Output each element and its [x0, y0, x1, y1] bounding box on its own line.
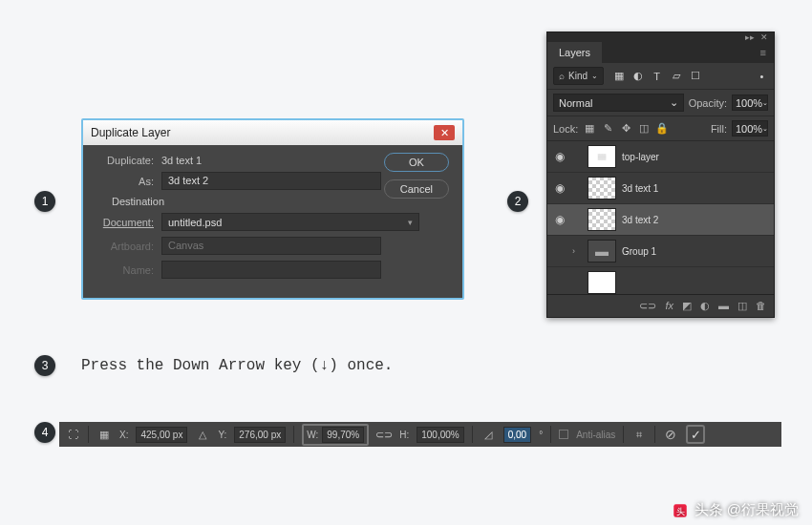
angle-deg: ° — [539, 430, 543, 440]
opacity-field[interactable]: 100% ⌄ — [732, 94, 768, 111]
angle-field[interactable]: 0,00 — [503, 427, 531, 443]
lock-label: Lock: — [553, 123, 578, 135]
filter-pixel-icon[interactable]: ▦ — [612, 70, 625, 82]
layer-name[interactable]: 3d text 1 — [622, 183, 658, 194]
fx-icon[interactable]: fx — [665, 300, 673, 312]
layer-thumb[interactable] — [588, 271, 616, 294]
fill-value: 100% — [736, 123, 762, 135]
document-label: Document: — [95, 217, 161, 228]
w-label: W: — [307, 430, 318, 440]
filter-shape-icon[interactable]: ▱ — [670, 70, 682, 82]
opacity-label: Opacity: — [689, 97, 727, 109]
layer-row[interactable]: ◉ 3d text 2 — [547, 204, 774, 236]
visibility-icon[interactable]: ◉ — [553, 181, 566, 195]
filter-smart-icon[interactable]: ☐ — [689, 70, 701, 82]
close-icon[interactable]: ✕ — [434, 125, 455, 140]
panel-menu-icon[interactable]: ≡ — [753, 42, 774, 63]
chevron-right-icon[interactable]: › — [572, 246, 582, 256]
group-icon[interactable]: ▬ — [718, 300, 729, 312]
layer-row[interactable]: ◉ 3d text 1 — [547, 173, 774, 204]
lock-position-icon[interactable]: ✥ — [619, 122, 632, 135]
filter-kind-select[interactable]: ⌕ Kind ⌄ — [553, 67, 604, 85]
adjustment-icon[interactable]: ◐ — [700, 300, 710, 312]
layer-name[interactable]: Group 1 — [622, 246, 656, 257]
as-label: As: — [95, 176, 161, 187]
svg-text:头: 头 — [675, 506, 684, 515]
dialog-title-text: Duplicate Layer — [91, 126, 170, 139]
visibility-icon[interactable]: ◉ — [553, 213, 566, 226]
filter-toggle[interactable]: • — [756, 70, 768, 82]
link-layers-icon[interactable]: ⊂⊃ — [639, 300, 656, 312]
warp-mode-icon[interactable]: ⌗ — [631, 427, 647, 442]
name-label: Name: — [95, 264, 161, 276]
visibility-icon[interactable]: ◉ — [553, 150, 566, 163]
commit-transform-button[interactable]: ✓ — [686, 425, 705, 444]
layer-row[interactable]: ◉ ▓▓ top-layer — [547, 141, 774, 173]
step-3-bullet: 3 — [34, 355, 55, 376]
layer-thumb[interactable]: ▓▓ — [588, 145, 616, 168]
h-label: H: — [399, 430, 409, 440]
y-label: Y: — [218, 430, 226, 440]
blend-mode-select[interactable]: Normal ⌄ — [553, 94, 684, 112]
lock-artboard-icon[interactable]: ◫ — [637, 122, 651, 135]
folder-icon[interactable]: ▬ — [588, 240, 616, 262]
lock-all-icon[interactable]: 🔒 — [655, 122, 669, 135]
delta-icon[interactable]: △ — [195, 427, 210, 442]
x-field[interactable]: 425,00 px — [136, 427, 187, 443]
artboard-input: Canvas — [161, 237, 381, 255]
layer-thumb[interactable] — [588, 177, 616, 200]
free-transform-icon[interactable]: ⛶ — [65, 427, 80, 442]
w-highlight: W: 99,70% — [302, 424, 369, 446]
w-field[interactable]: 99,70% — [322, 427, 364, 443]
fill-field[interactable]: 100% ⌄ — [732, 120, 768, 136]
layer-row[interactable]: ◉ › ▬ Group 1 — [547, 236, 774, 267]
document-select[interactable]: untitled.psd ▾ — [161, 213, 419, 231]
name-input — [161, 261, 381, 279]
step-2-bullet: 2 — [507, 191, 528, 212]
watermark: 头 头条 @衍果视觉 — [672, 501, 799, 519]
mask-icon[interactable]: ◩ — [682, 300, 692, 312]
collapse-icon[interactable]: ▸▸ — [745, 32, 755, 42]
duplicate-layer-dialog: Duplicate Layer ✕ Duplicate: 3d text 1 A… — [81, 118, 464, 300]
artboard-label: Artboard: — [95, 241, 161, 252]
reference-point-icon[interactable]: ▦ — [96, 427, 112, 442]
anti-alias-checkbox[interactable] — [559, 430, 568, 439]
y-field[interactable]: 276,00 px — [234, 427, 286, 443]
chevron-down-icon: ⌄ — [762, 125, 768, 133]
link-wh-icon[interactable]: ⊂⊃ — [376, 427, 392, 442]
transform-options-bar: ⛶ ▦ X: 425,00 px △ Y: 276,00 px W: 99,70… — [59, 422, 781, 447]
cancel-button[interactable]: Cancel — [384, 179, 449, 199]
layer-name[interactable]: 3d text 2 — [622, 215, 658, 225]
as-input[interactable]: 3d text 2 — [161, 172, 381, 190]
chevron-down-icon: ⌄ — [591, 72, 598, 80]
new-layer-icon[interactable]: ◫ — [737, 300, 747, 312]
step-3-instruction: Press the Down Arrow key (↓) once. — [81, 357, 393, 374]
trash-icon[interactable]: 🗑 — [756, 300, 766, 312]
lock-image-icon[interactable]: ✎ — [601, 122, 614, 135]
watermark-text: 头条 @衍果视觉 — [694, 501, 799, 519]
blend-mode-value: Normal — [559, 97, 592, 109]
layer-name[interactable]: top-layer — [622, 152, 659, 162]
angle-icon: ◿ — [481, 427, 496, 442]
layers-panel: ▸▸ ✕ Layers ≡ ⌕ Kind ⌄ ▦ ◐ T ▱ ☐ • Norma… — [546, 32, 775, 318]
filter-adjust-icon[interactable]: ◐ — [631, 70, 644, 82]
anti-alias-label: Anti-alias — [576, 430, 615, 440]
search-icon: ⌕ — [559, 71, 565, 81]
document-value: untitled.psd — [168, 217, 222, 228]
filter-type-icon[interactable]: T — [651, 70, 663, 82]
layers-tab[interactable]: Layers — [547, 42, 602, 63]
lock-transparency-icon[interactable]: ▦ — [583, 122, 596, 135]
layer-thumb[interactable] — [588, 208, 616, 231]
opacity-value: 100% — [736, 97, 762, 109]
dialog-titlebar[interactable]: Duplicate Layer ✕ — [83, 120, 462, 145]
close-panel-icon[interactable]: ✕ — [760, 32, 768, 42]
step-1-bullet: 1 — [34, 191, 55, 212]
x-label: X: — [119, 430, 128, 440]
cancel-transform-icon[interactable]: ⊘ — [663, 427, 678, 442]
chevron-down-icon: ▾ — [408, 218, 413, 227]
ok-button[interactable]: OK — [384, 153, 449, 172]
chevron-down-icon: ⌄ — [670, 96, 678, 109]
duplicate-label: Duplicate: — [95, 155, 161, 166]
h-field[interactable]: 100,00% — [417, 427, 463, 443]
step-4-bullet: 4 — [34, 422, 55, 443]
